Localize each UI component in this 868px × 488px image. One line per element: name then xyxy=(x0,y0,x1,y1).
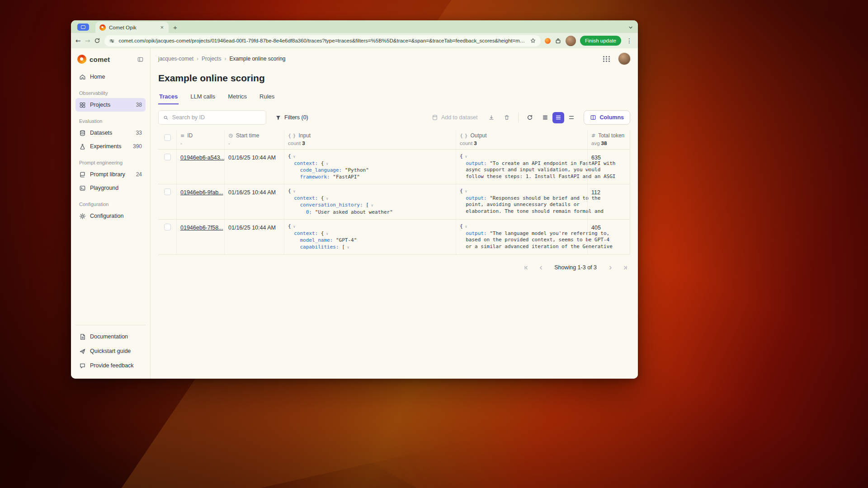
column-header-input[interactable]: { }Input count3 xyxy=(284,130,456,149)
browser-tab[interactable]: Comet Opik × xyxy=(95,22,169,33)
tab-llm-calls[interactable]: LLM calls xyxy=(189,90,216,104)
row-checkbox[interactable] xyxy=(164,154,171,160)
address-bar[interactable]: comet.com/opik/jacques-comet/projects/01… xyxy=(104,35,540,47)
sidebar-item-quickstart[interactable]: Quickstart guide xyxy=(75,344,146,358)
finish-update-button[interactable]: Finish update xyxy=(580,36,621,46)
column-header-output[interactable]: { }Output count3 xyxy=(456,130,587,149)
sidebar-item-playground[interactable]: Playground xyxy=(75,181,146,195)
json-token xyxy=(288,174,300,180)
expand-chevron-icon[interactable]: ∨ xyxy=(369,203,373,207)
filters-button[interactable]: Filters (0) xyxy=(271,110,313,125)
trace-id-link[interactable]: 01946eb6-a543... xyxy=(180,155,225,161)
trace-id-link[interactable]: 01946eb6-9fab... xyxy=(180,189,223,196)
next-page-button[interactable] xyxy=(605,262,616,273)
delete-button[interactable] xyxy=(501,112,513,123)
table-row[interactable]: 01946eb6-a543...01/16/25 10:44 AM{ ∨ con… xyxy=(158,150,630,184)
breadcrumb-projects[interactable]: Projects xyxy=(202,56,221,62)
tab-group-chip[interactable] xyxy=(77,23,89,31)
expand-chevron-icon[interactable]: ∨ xyxy=(463,189,467,193)
add-to-dataset-button[interactable]: Add to dataset xyxy=(428,111,482,124)
refresh-icon xyxy=(527,114,533,121)
trace-total-tokens: 405 xyxy=(591,225,601,231)
last-page-button[interactable] xyxy=(619,262,630,273)
browser-window: Comet Opik × + ← → comet.com/opik/jacque… xyxy=(71,20,638,379)
apps-grid-icon[interactable] xyxy=(603,56,610,62)
sidebar-item-feedback[interactable]: Provide feedback xyxy=(75,359,146,372)
row-checkbox[interactable] xyxy=(164,188,171,195)
expand-chevron-icon[interactable]: ∨ xyxy=(324,162,328,166)
table-row[interactable]: 01946eb6-9fab...01/16/25 10:44 AM{ ∨ con… xyxy=(158,184,630,220)
expand-chevron-icon[interactable]: ∨ xyxy=(324,232,328,236)
new-tab-button[interactable]: + xyxy=(173,24,177,31)
expand-chevron-icon[interactable]: ∨ xyxy=(291,155,296,159)
breadcrumb-workspace[interactable]: jacques-comet xyxy=(158,56,193,62)
json-token xyxy=(460,174,466,179)
row-height-small-button[interactable] xyxy=(539,112,551,123)
bookmark-star-icon[interactable] xyxy=(530,38,536,44)
prev-page-button[interactable] xyxy=(535,262,546,273)
json-token xyxy=(460,230,466,236)
braces-icon: { } xyxy=(288,133,296,139)
browser-profile-avatar[interactable] xyxy=(566,36,576,46)
table-row[interactable]: 01946eb6-7f58...01/16/25 10:44 AM{ ∨ con… xyxy=(158,220,630,255)
column-header-start-time[interactable]: Start time - xyxy=(224,130,284,149)
tab-rules[interactable]: Rules xyxy=(259,90,275,104)
breadcrumb: jacques-comet › Projects › Example onlin… xyxy=(158,56,285,62)
json-token xyxy=(288,209,306,215)
sidebar-item-label: Quickstart guide xyxy=(90,348,131,354)
search-input[interactable] xyxy=(172,114,261,121)
json-token: async support and input validation, you … xyxy=(466,167,600,173)
sidebar-item-label: Experiments xyxy=(90,143,121,150)
sidebar-item-datasets[interactable]: Datasets 33 xyxy=(75,126,146,140)
sidebar-item-home[interactable]: Home xyxy=(75,70,146,84)
tab-close-icon[interactable]: × xyxy=(159,24,165,30)
expand-chevron-icon[interactable]: ∨ xyxy=(291,189,296,193)
sidebar-section-evaluation: Evaluation xyxy=(79,118,142,124)
brand-logo[interactable]: comet xyxy=(75,54,146,70)
playground-icon xyxy=(79,185,86,192)
tab-list-chevron-icon[interactable] xyxy=(628,25,633,30)
pinned-extension-icon[interactable] xyxy=(545,38,551,44)
expand-chevron-icon[interactable]: ∨ xyxy=(324,197,328,201)
column-header-total-tokens[interactable]: #Total token avg38 xyxy=(587,130,630,149)
back-button[interactable]: ← xyxy=(75,37,81,44)
row-checkbox[interactable] xyxy=(164,224,171,230)
column-header-id[interactable]: ≡ID - xyxy=(176,130,224,149)
refresh-button[interactable] xyxy=(524,112,536,123)
sidebar-collapse-icon[interactable] xyxy=(137,56,144,63)
expand-chevron-icon[interactable]: ∨ xyxy=(463,155,467,159)
sidebar-item-documentation[interactable]: Documentation xyxy=(75,330,146,343)
json-token xyxy=(288,244,300,250)
export-download-button[interactable] xyxy=(486,112,497,123)
sidebar-section-configuration: Configuration xyxy=(79,202,142,207)
row-height-large-button[interactable] xyxy=(566,112,577,123)
filters-label: Filters (0) xyxy=(284,114,308,121)
browser-menu-icon[interactable]: ⋮ xyxy=(625,37,633,44)
expand-chevron-icon[interactable]: ∨ xyxy=(345,245,349,249)
sidebar-item-configuration[interactable]: Configuration xyxy=(75,209,146,223)
select-all-checkbox[interactable] xyxy=(164,134,171,141)
site-settings-icon[interactable] xyxy=(109,38,115,44)
expand-chevron-icon[interactable]: ∨ xyxy=(291,225,296,229)
forward-button[interactable]: → xyxy=(85,37,90,44)
search-input-wrapper xyxy=(158,110,266,125)
sidebar-item-experiments[interactable]: Experiments 390 xyxy=(75,140,146,153)
json-token: { xyxy=(288,153,291,159)
sidebar-item-prompt-library[interactable]: Prompt library 24 xyxy=(75,168,146,181)
tab-traces[interactable]: Traces xyxy=(158,90,179,104)
columns-button[interactable]: Columns xyxy=(584,110,630,125)
row-height-medium-button[interactable] xyxy=(552,112,564,123)
desktop-wallpaper: Comet Opik × + ← → comet.com/opik/jacque… xyxy=(0,0,868,488)
trace-id-link[interactable]: 01946eb6-7f58... xyxy=(180,225,223,231)
database-icon xyxy=(79,130,86,136)
sidebar-item-projects[interactable]: Projects 38 xyxy=(75,98,146,112)
user-avatar[interactable] xyxy=(618,53,630,65)
first-page-button[interactable] xyxy=(521,262,532,273)
breadcrumb-separator-icon: › xyxy=(224,56,226,62)
expand-chevron-icon[interactable]: ∨ xyxy=(463,225,467,229)
json-token: [ xyxy=(366,202,369,208)
tab-metrics[interactable]: Metrics xyxy=(227,90,248,104)
extensions-puzzle-icon[interactable] xyxy=(555,38,561,44)
json-token xyxy=(460,167,466,173)
reload-button[interactable] xyxy=(94,38,100,44)
